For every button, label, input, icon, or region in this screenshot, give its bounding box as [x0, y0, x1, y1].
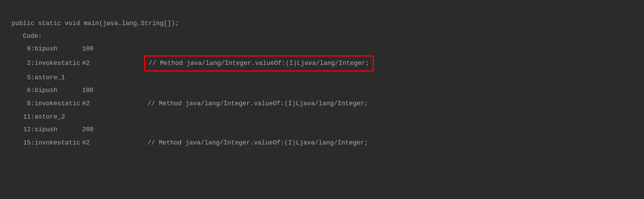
instruction-opcode: bipush [35, 43, 82, 55]
instruction-offset: 5: [6, 72, 35, 84]
bytecode-line: 2: invokestatic#2// Method java/lang/Int… [6, 55, 638, 72]
instruction-arg: 200 [82, 123, 144, 136]
instruction-opcode: sipush [35, 123, 82, 136]
bytecode-line: 15: invokestatic#2// Method java/lang/In… [6, 136, 638, 150]
instruction-comment: // Method java/lang/Integer.valueOf:(I)L… [144, 55, 374, 72]
instruction-opcode: invokestatic [35, 97, 82, 110]
method-signature: public static void main(java.lang.String… [6, 17, 638, 30]
instruction-opcode: invokestatic [35, 137, 82, 149]
instruction-comment: // Method java/lang/Integer.valueOf:(I)L… [144, 97, 372, 111]
instruction-offset: 2: [6, 57, 35, 70]
instruction-offset: 8: [6, 97, 35, 110]
instruction-arg: 100 [82, 84, 144, 97]
bytecode-line: 6: bipush100 [6, 84, 638, 97]
instruction-opcode: bipush [35, 84, 82, 97]
instruction-arg: #2 [82, 97, 144, 110]
instruction-comment: // Method java/lang/Integer.valueOf:(I)L… [144, 136, 372, 150]
instruction-offset: 11: [6, 111, 35, 123]
bytecode-line: 11: astore_2 [6, 111, 638, 123]
bytecode-line: 5: astore_1 [6, 72, 638, 84]
instruction-arg: 100 [82, 43, 144, 55]
code-label: Code: [6, 30, 638, 43]
instruction-offset: 12: [6, 123, 35, 136]
instruction-opcode: astore_2 [35, 111, 82, 123]
instruction-arg: #2 [82, 57, 144, 70]
instruction-offset: 15: [6, 137, 35, 149]
instruction-offset: 0: [6, 43, 35, 55]
instruction-opcode: astore_1 [35, 72, 82, 84]
bytecode-line: 0: bipush100 [6, 43, 638, 55]
bytecode-instructions: 0: bipush1002: invokestatic#2// Method j… [6, 43, 638, 150]
bytecode-line: 12: sipush200 [6, 123, 638, 136]
instruction-opcode: invokestatic [35, 57, 82, 70]
instruction-arg: #2 [82, 137, 144, 149]
instruction-offset: 6: [6, 84, 35, 97]
bytecode-line: 8: invokestatic#2// Method java/lang/Int… [6, 97, 638, 111]
